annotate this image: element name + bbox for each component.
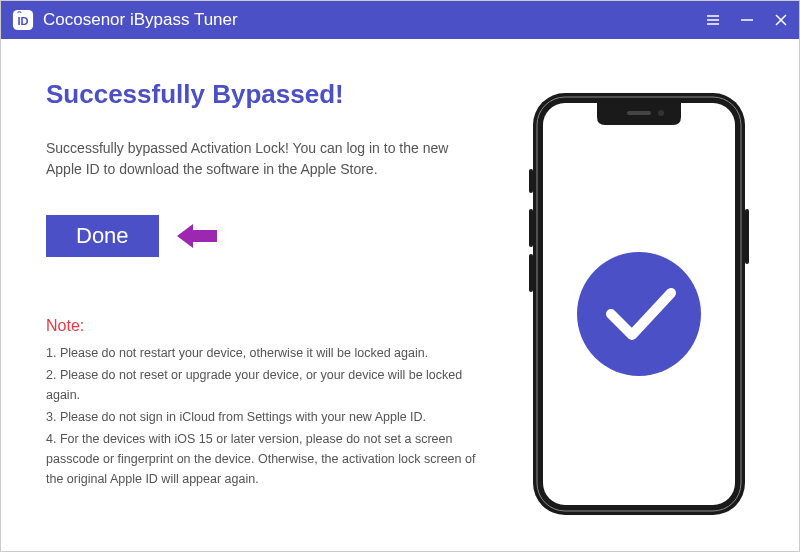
svg-rect-8 bbox=[529, 209, 533, 247]
note-item: 4. For the devices with iOS 15 or later … bbox=[46, 429, 476, 489]
phone-illustration bbox=[529, 89, 749, 519]
right-panel bbox=[509, 79, 769, 521]
done-row: Done bbox=[46, 215, 489, 257]
app-logo-icon: ID bbox=[11, 8, 35, 32]
main-content: Successfully Bypassed! Successfully bypa… bbox=[1, 39, 799, 551]
window-controls bbox=[705, 12, 789, 28]
arrow-left-icon bbox=[177, 222, 217, 250]
svg-rect-7 bbox=[529, 169, 533, 193]
titlebar: ID Cocosenor iBypass Tuner bbox=[1, 1, 799, 39]
notes-list: 1. Please do not restart your device, ot… bbox=[46, 343, 476, 489]
done-button[interactable]: Done bbox=[46, 215, 159, 257]
note-heading: Note: bbox=[46, 317, 489, 335]
svg-point-6 bbox=[658, 110, 664, 116]
svg-text:ID: ID bbox=[18, 15, 29, 27]
note-item: 3. Please do not sign in iCloud from Set… bbox=[46, 407, 476, 427]
note-item: 2. Please do not reset or upgrade your d… bbox=[46, 365, 476, 405]
close-icon[interactable] bbox=[773, 12, 789, 28]
svg-rect-10 bbox=[745, 209, 749, 264]
app-title: Cocosenor iBypass Tuner bbox=[43, 10, 705, 30]
page-title: Successfully Bypassed! bbox=[46, 79, 489, 110]
menu-icon[interactable] bbox=[705, 12, 721, 28]
left-panel: Successfully Bypassed! Successfully bypa… bbox=[46, 79, 509, 521]
svg-rect-9 bbox=[529, 254, 533, 292]
app-window: ID Cocosenor iBypass Tuner bbox=[0, 0, 800, 552]
note-item: 1. Please do not restart your device, ot… bbox=[46, 343, 476, 363]
success-message: Successfully bypassed Activation Lock! Y… bbox=[46, 138, 456, 180]
svg-point-11 bbox=[577, 252, 701, 376]
minimize-icon[interactable] bbox=[739, 12, 755, 28]
svg-rect-5 bbox=[627, 111, 651, 115]
